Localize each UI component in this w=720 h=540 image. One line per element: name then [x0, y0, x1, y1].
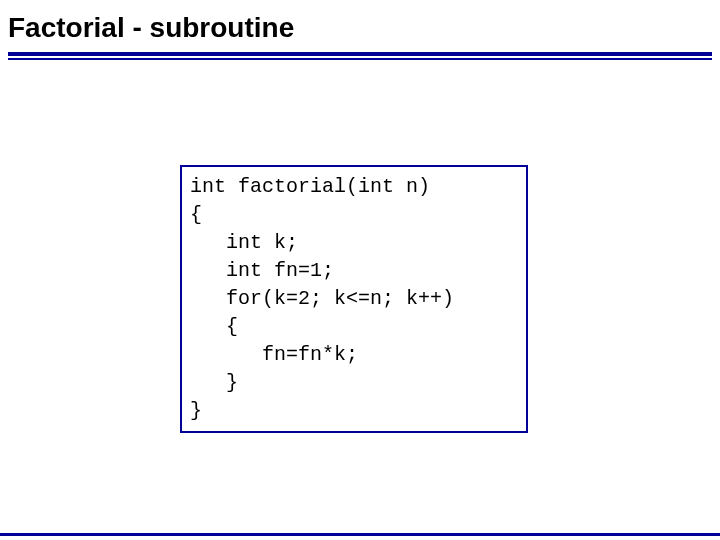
- code-line-6: {: [190, 315, 238, 338]
- code-line-7: fn=fn*k;: [190, 343, 358, 366]
- code-line-8: }: [190, 371, 238, 394]
- code-line-5: for(k=2; k<=n; k++): [190, 287, 454, 310]
- underline-thick: [8, 52, 712, 56]
- slide: Factorial - subroutine int factorial(int…: [0, 0, 720, 540]
- code-line-3: int k;: [190, 231, 298, 254]
- code-line-4: int fn=1;: [190, 259, 334, 282]
- underline-thin: [8, 58, 712, 60]
- bottom-accent-line: [0, 533, 720, 536]
- title-underline: [8, 52, 712, 60]
- code-line-2: {: [190, 203, 202, 226]
- code-line-9: }: [190, 399, 202, 422]
- code-block: int factorial(int n) { int k; int fn=1; …: [190, 173, 518, 425]
- slide-title: Factorial - subroutine: [0, 0, 720, 50]
- code-box: int factorial(int n) { int k; int fn=1; …: [180, 165, 528, 433]
- code-line-1: int factorial(int n): [190, 175, 430, 198]
